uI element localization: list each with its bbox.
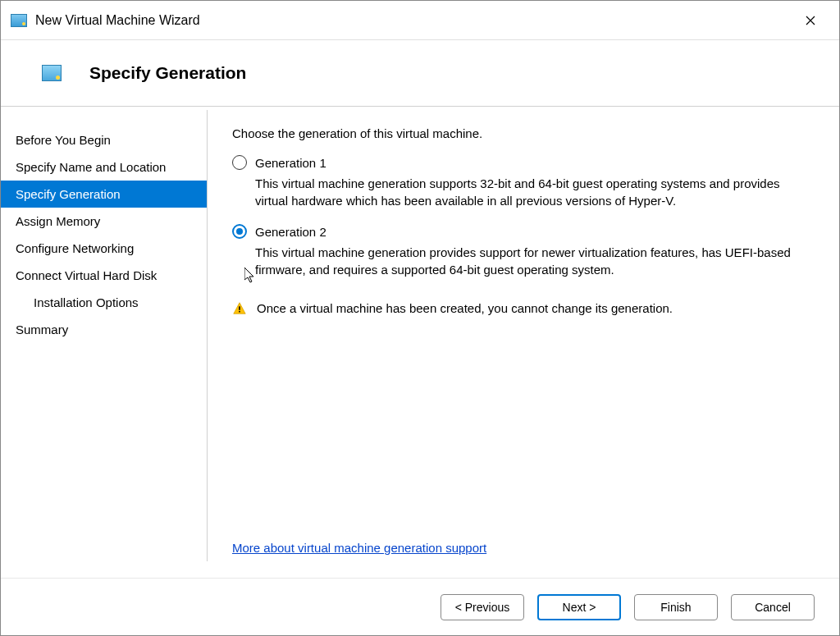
close-icon — [806, 16, 815, 25]
sidebar-item-specify-name[interactable]: Specify Name and Location — [1, 153, 207, 181]
intro-text: Choose the generation of this virtual ma… — [232, 126, 815, 140]
warning-icon — [232, 301, 247, 316]
app-icon — [11, 14, 27, 27]
warning-text: Once a virtual machine has been created,… — [257, 301, 673, 315]
radio-label-gen1: Generation 1 — [255, 156, 326, 170]
radio-icon — [232, 224, 247, 239]
radio-desc-gen2: This virtual machine generation provides… — [255, 244, 815, 278]
sidebar: Before You Begin Specify Name and Locati… — [1, 110, 208, 561]
radio-option-gen2[interactable]: Generation 2 — [232, 224, 815, 239]
wizard-icon — [42, 65, 62, 81]
radio-group-gen2: Generation 2 This virtual machine genera… — [232, 224, 815, 281]
sidebar-item-connect-vhd[interactable]: Connect Virtual Hard Disk — [1, 262, 207, 289]
radio-desc-gen1: This virtual machine generation supports… — [255, 175, 815, 209]
main-content: Choose the generation of this virtual ma… — [208, 107, 839, 578]
spacer — [232, 316, 815, 541]
wizard-window: New Virtual Machine Wizard Specify Gener… — [0, 0, 840, 636]
warning-row: Once a virtual machine has been created,… — [232, 301, 815, 316]
cancel-button[interactable]: Cancel — [731, 594, 815, 620]
body: Before You Begin Specify Name and Locati… — [1, 107, 839, 578]
close-button[interactable] — [792, 7, 829, 34]
svg-rect-1 — [239, 311, 240, 313]
sidebar-item-installation-options[interactable]: Installation Options — [1, 289, 207, 316]
sidebar-item-summary[interactable]: Summary — [1, 316, 207, 343]
header-area: Specify Generation — [1, 40, 839, 106]
help-link[interactable]: More about virtual machine generation su… — [232, 541, 815, 555]
page-title: Specify Generation — [89, 63, 246, 83]
titlebar: New Virtual Machine Wizard — [1, 1, 839, 40]
radio-option-gen1[interactable]: Generation 1 — [232, 155, 815, 170]
radio-icon — [232, 155, 247, 170]
radio-label-gen2: Generation 2 — [255, 225, 326, 239]
footer: < Previous Next > Finish Cancel — [1, 578, 839, 635]
sidebar-item-configure-networking[interactable]: Configure Networking — [1, 235, 207, 262]
sidebar-item-before-you-begin[interactable]: Before You Begin — [1, 126, 207, 153]
svg-rect-0 — [239, 306, 240, 310]
sidebar-item-assign-memory[interactable]: Assign Memory — [1, 208, 207, 235]
finish-button[interactable]: Finish — [634, 594, 718, 620]
sidebar-item-specify-generation[interactable]: Specify Generation — [1, 181, 207, 208]
radio-group-gen1: Generation 1 This virtual machine genera… — [232, 155, 815, 213]
next-button[interactable]: Next > — [537, 594, 621, 620]
window-title: New Virtual Machine Wizard — [35, 13, 792, 28]
previous-button[interactable]: < Previous — [441, 594, 524, 620]
